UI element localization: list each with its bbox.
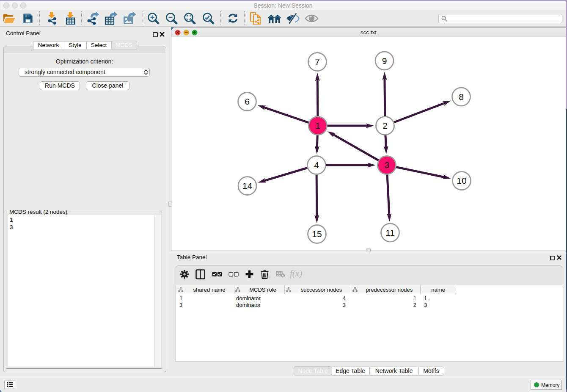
svg-text:10: 10 — [457, 176, 466, 185]
svg-text:6: 6 — [245, 97, 250, 106]
svg-text:8: 8 — [459, 92, 464, 102]
svg-text:15: 15 — [312, 229, 322, 239]
svg-text:4: 4 — [314, 160, 319, 170]
svg-text:7: 7 — [315, 57, 320, 66]
svg-text:9: 9 — [382, 56, 387, 66]
svg-text:3: 3 — [384, 160, 389, 170]
svg-text:2: 2 — [383, 121, 388, 130]
svg-text:14: 14 — [242, 181, 253, 190]
svg-text:11: 11 — [385, 228, 395, 237]
svg-text:1: 1 — [315, 121, 320, 130]
